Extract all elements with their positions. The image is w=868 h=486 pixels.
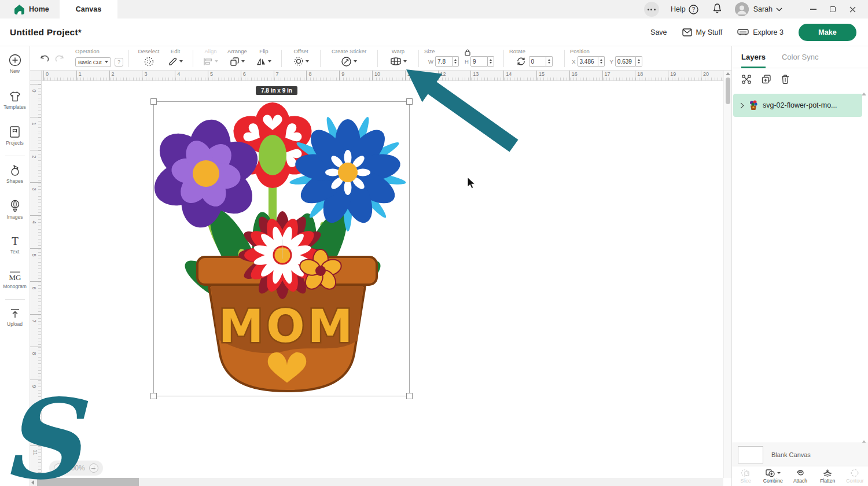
sidebar-item-projects[interactable]: Projects [0, 126, 30, 146]
ruler-mark: 20 [701, 71, 723, 80]
selection-handle-top-right[interactable] [406, 98, 413, 105]
warp-button[interactable] [390, 54, 407, 68]
selection-handle-top-left[interactable] [150, 98, 157, 105]
selection-handle-bottom-left[interactable] [150, 393, 157, 399]
expand-chevron-icon[interactable] [738, 102, 744, 108]
height-label: H [465, 58, 469, 65]
svg-text:MG: MG [9, 273, 21, 282]
more-options-button[interactable] [644, 2, 659, 17]
rotate-input[interactable] [529, 56, 546, 67]
sidebar-item-shapes[interactable]: Shapes [0, 164, 30, 184]
flip-button[interactable] [256, 54, 271, 68]
save-button[interactable]: Save [650, 28, 667, 36]
selection-handle-bottom-right[interactable] [406, 393, 413, 399]
sidebar-item-new[interactable]: New [0, 54, 30, 74]
project-bar: Untitled Project* Save My Stuff Explore … [0, 19, 868, 46]
caret-down-icon [241, 60, 245, 62]
size-tooltip: 7.8 in x 9 in [256, 86, 297, 95]
offset-button[interactable] [293, 54, 309, 68]
offset-group: Offset [287, 48, 315, 68]
selection-box[interactable]: MOM [153, 101, 410, 396]
ruler-mark: 6 [241, 71, 274, 80]
explore-button[interactable]: Explore 3 [737, 28, 784, 36]
sidebar-label: Monogram [3, 284, 27, 289]
edit-button[interactable] [168, 54, 183, 68]
combine-label: Combine [763, 478, 783, 484]
ruler-mark: 17 [602, 71, 635, 80]
tab-canvas[interactable]: Canvas [60, 0, 117, 19]
flatten-button[interactable]: Flatten [814, 466, 841, 486]
my-stuff-button[interactable]: My Stuff [682, 28, 723, 36]
flip-group: Flip [252, 48, 276, 68]
operation-select[interactable]: Basic Cut [75, 57, 111, 67]
tab-home[interactable]: Home [3, 0, 60, 19]
rotate-stepper[interactable] [546, 56, 553, 67]
user-menu[interactable]: Sarah [753, 5, 782, 13]
sidebar-label: Images [7, 214, 23, 220]
zoom-out-button[interactable] [54, 463, 63, 473]
pos-x-stepper[interactable] [598, 56, 605, 67]
duplicate-button[interactable] [761, 74, 772, 84]
avatar[interactable] [735, 2, 749, 16]
arrange-group: Arrange [223, 48, 252, 68]
group-button[interactable] [741, 74, 752, 84]
sidebar-item-monogram[interactable]: MG Monogram [0, 270, 30, 289]
width-input[interactable] [435, 56, 453, 67]
upload-icon [9, 308, 21, 319]
pos-y-stepper[interactable] [636, 56, 642, 67]
height-input[interactable] [470, 56, 488, 67]
undo-button[interactable] [38, 54, 52, 63]
sidebar-item-text[interactable]: T Text [0, 235, 30, 255]
canvas-color-swatch[interactable] [738, 446, 763, 463]
notifications-button[interactable] [712, 3, 722, 16]
rotate-icon[interactable] [516, 57, 526, 66]
flatten-icon [822, 469, 833, 477]
zoom-in-button[interactable] [89, 463, 98, 473]
sidebar-item-images[interactable]: Images [0, 200, 30, 220]
minimize-button[interactable] [803, 2, 823, 17]
vertical-ruler: 01234567891011 [30, 81, 42, 478]
canvas-viewport[interactable]: MOM [42, 81, 723, 478]
ruler-mark: 5 [30, 248, 41, 281]
height-stepper[interactable] [488, 56, 494, 67]
width-label: W [428, 58, 433, 65]
tab-color-sync[interactable]: Color Sync [782, 46, 819, 68]
ruler-mark: 19 [668, 71, 701, 80]
ruler-mark: 11 [30, 446, 41, 478]
caret-down-icon [777, 472, 781, 474]
scroll-left-icon[interactable] [31, 480, 34, 485]
pos-x-input[interactable] [578, 56, 598, 67]
sidebar-label: New [10, 68, 20, 74]
size-lock-button[interactable] [465, 47, 470, 58]
vertical-scroll-thumb[interactable] [726, 78, 730, 104]
redo-button[interactable] [52, 54, 66, 63]
pos-y-input[interactable] [615, 56, 636, 67]
sidebar-item-templates[interactable]: Templates [0, 91, 30, 110]
attach-button[interactable]: Attach [786, 466, 814, 486]
make-button[interactable]: Make [799, 24, 856, 41]
flower-pot-artwork[interactable]: MOM [154, 102, 410, 397]
width-stepper[interactable] [453, 56, 459, 67]
shapes-icon [9, 164, 21, 176]
sidebar-label: Text [10, 249, 20, 255]
close-button[interactable] [843, 2, 862, 17]
deselect-button[interactable] [144, 54, 155, 68]
arrange-button[interactable] [230, 54, 245, 68]
horizontal-scroll-thumb[interactable] [37, 478, 139, 486]
canvas-horizontal-scrollbar[interactable] [30, 478, 723, 486]
sidebar-item-upload[interactable]: Upload [0, 308, 30, 327]
flatten-label: Flatten [820, 478, 835, 484]
edit-label: Edit [171, 48, 180, 54]
create-sticker-button[interactable] [341, 54, 357, 68]
delete-button[interactable] [781, 74, 790, 84]
panel-scroll-up-icon[interactable] [862, 93, 866, 95]
combine-button[interactable]: Combine [759, 466, 786, 486]
canvas-vertical-scrollbar[interactable] [723, 71, 731, 478]
operation-help-button[interactable]: ? [115, 58, 123, 67]
layer-row-flower-pot[interactable]: svg-02-flower-pot-mo... [733, 94, 862, 117]
scroll-up-icon[interactable] [726, 72, 730, 75]
ruler-mark: 9 [339, 71, 372, 80]
maximize-button[interactable] [823, 2, 843, 17]
tab-layers[interactable]: Layers [741, 46, 766, 68]
help-button[interactable]: Help ? [671, 5, 698, 14]
